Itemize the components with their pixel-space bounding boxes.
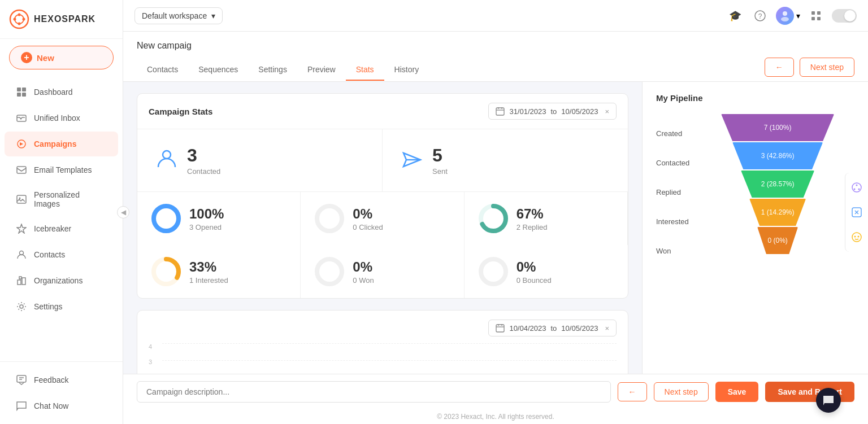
chart-date-to: 10/05/2023 <box>561 324 598 333</box>
svg-rect-19 <box>19 277 21 279</box>
contacted-value: 3 <box>187 145 220 166</box>
stats-content: Campaign Stats 31/01/2023 to 10/05/2023 … <box>123 82 868 374</box>
funnel-label-won: Won <box>656 236 689 265</box>
help-icon[interactable]: ? <box>751 7 769 25</box>
svg-text:?: ? <box>758 12 762 20</box>
sidebar-item-label: Feedback <box>34 375 68 384</box>
svg-point-47 <box>481 259 506 284</box>
sidebar-item-label: Chat Now <box>34 401 68 410</box>
footer: ← Next step Save Save and Restart <box>123 374 868 409</box>
next-step-button-footer[interactable]: Next step <box>654 382 709 401</box>
sidebar-item-organizations[interactable]: Organizations <box>5 268 118 293</box>
sidebar-item-unified-inbox[interactable]: Unified Inbox <box>5 106 118 130</box>
graduation-cap-icon[interactable]: 🎓 <box>726 7 744 25</box>
funnel-label-interested: Interested <box>656 207 689 236</box>
tab-history[interactable]: History <box>384 59 429 81</box>
big-stats-row: 3 Contacted 5 Sent <box>137 129 628 191</box>
replied-pct: 67% <box>517 206 548 222</box>
svg-point-36 <box>163 151 171 159</box>
next-step-button-top[interactable]: Next step <box>800 58 854 77</box>
tab-preview[interactable]: Preview <box>297 59 346 81</box>
sidebar-item-feedback[interactable]: Feedback <box>5 368 118 392</box>
user-avatar-wrap[interactable]: ▾ <box>776 7 800 25</box>
svg-point-27 <box>781 17 789 21</box>
date-range-close-1[interactable]: × <box>605 107 609 116</box>
date-range-picker-1[interactable]: 31/01/2023 to 10/05/2023 × <box>488 103 617 120</box>
svg-point-60 <box>854 235 856 237</box>
chat-icon <box>16 400 27 412</box>
back-button-footer[interactable]: ← <box>618 382 647 401</box>
sidebar-item-label: Contacts <box>34 250 65 259</box>
sidebar-item-personalized-images[interactable]: Personalized Images <box>5 183 118 215</box>
funnel-container: Created Contacted Replied Interested Won… <box>656 114 854 265</box>
sidebar-item-label: Settings <box>34 302 63 311</box>
sidebar-item-label: Email Templates <box>34 165 92 174</box>
interested-stat: 33% 1 Interested <box>137 245 301 298</box>
campaign-title: New campaig <box>137 41 854 51</box>
sidebar-item-dashboard[interactable]: Dashboard <box>5 80 118 104</box>
sidebar-collapse-button[interactable]: ◀ <box>117 206 129 218</box>
sidebar-item-label: Dashboard <box>34 88 73 97</box>
svg-point-2 <box>18 14 21 16</box>
interested-label: 1 Interested <box>189 276 228 285</box>
opened-donut <box>151 203 181 234</box>
logo-area: HEXOSPARK <box>0 0 123 39</box>
tab-nav-buttons: ← Next step <box>765 58 854 81</box>
right-edge-icon-3[interactable] <box>849 229 865 245</box>
chat-bubble[interactable] <box>816 388 841 413</box>
person-icon <box>155 147 178 174</box>
funnel-label-created: Created <box>656 119 689 148</box>
svg-rect-18 <box>22 278 25 285</box>
back-button-top[interactable]: ← <box>765 58 794 77</box>
topbar: Default workspace ▾ 🎓 ? ▾ <box>123 0 868 32</box>
new-button[interactable]: + New <box>9 46 114 69</box>
apps-icon[interactable] <box>807 7 825 25</box>
tab-stats[interactable]: Stats <box>346 59 384 81</box>
sidebar-item-settings[interactable]: Settings <box>5 294 118 319</box>
campaign-description-input[interactable] <box>137 381 611 403</box>
svg-point-26 <box>783 11 787 16</box>
sidebar-item-contacts[interactable]: Contacts <box>5 242 118 267</box>
chart-date-to-label: to <box>550 324 557 333</box>
svg-marker-15 <box>17 224 26 233</box>
save-and-restart-button[interactable]: Save and Restart <box>765 382 854 402</box>
right-edge-panel <box>845 173 868 252</box>
right-edge-icon-1[interactable] <box>849 180 865 195</box>
contacted-label: Contacted <box>187 167 220 176</box>
sent-value: 5 <box>432 145 448 166</box>
chart-grid <box>162 343 617 374</box>
svg-point-40 <box>154 206 179 231</box>
image-icon <box>16 194 27 205</box>
chevron-down-icon: ▾ <box>796 11 800 20</box>
new-label: New <box>37 53 54 63</box>
chart-area: 4 3 2 1 0 <box>149 343 617 374</box>
inbox-icon <box>16 112 27 124</box>
date-range-picker-2[interactable]: 10/04/2023 to 10/05/2023 × <box>488 320 617 336</box>
opened-pct: 100% <box>189 206 224 222</box>
chart-date-range-close[interactable]: × <box>605 324 609 333</box>
tab-sequences[interactable]: Sequences <box>188 59 248 81</box>
stats-panel-title: Campaign Stats <box>149 107 212 116</box>
sidebar-item-chat-now[interactable]: Chat Now <box>5 394 118 418</box>
avatar <box>776 7 794 25</box>
sidebar-item-label: Unified Inbox <box>34 113 80 123</box>
right-edge-icon-2[interactable] <box>849 204 865 220</box>
svg-rect-21 <box>17 375 26 382</box>
contacted-stat: 3 Contacted <box>137 129 383 191</box>
won-donut <box>314 256 345 287</box>
sidebar-item-campaigns[interactable]: Campaigns <box>5 132 118 156</box>
sidebar-item-icebreaker[interactable]: Icebreaker <box>5 216 118 241</box>
svg-point-5 <box>23 18 25 21</box>
y-label-4: 4 <box>149 343 152 350</box>
tab-settings[interactable]: Settings <box>248 59 297 81</box>
svg-point-41 <box>317 206 342 231</box>
sidebar-item-email-templates[interactable]: Email Templates <box>5 158 118 182</box>
save-button[interactable]: Save <box>715 382 759 402</box>
email-icon <box>16 164 27 176</box>
workspace-selector[interactable]: Default workspace ▾ <box>134 7 223 24</box>
theme-toggle[interactable] <box>832 9 857 23</box>
tab-contacts[interactable]: Contacts <box>137 59 188 81</box>
app-name: HEXOSPARK <box>34 14 96 24</box>
svg-rect-9 <box>22 93 26 97</box>
clicked-label: 0 Clicked <box>353 223 383 231</box>
